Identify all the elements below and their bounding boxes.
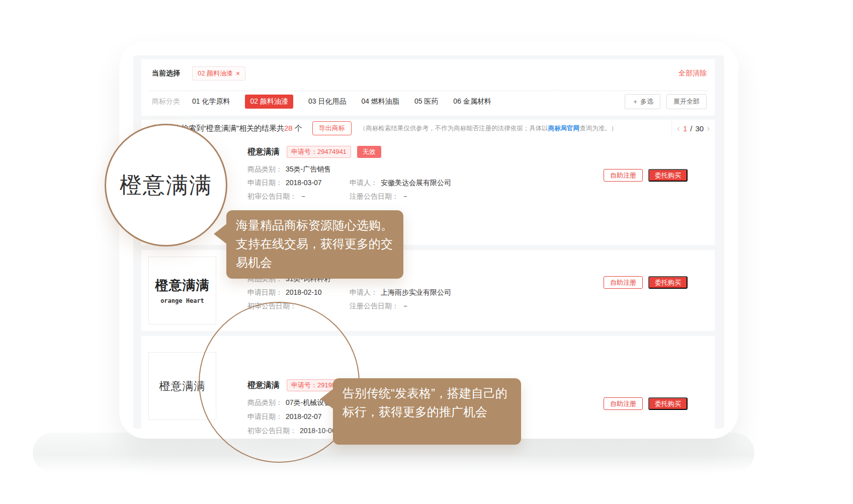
applicant-value: 上海雨步实业有限公司 <box>381 288 451 296</box>
category-item-05[interactable]: 05 医药 <box>414 97 438 106</box>
date-value: 2018-02-10 <box>286 288 322 296</box>
page-current: 1 <box>683 124 687 133</box>
export-trademarks-button[interactable]: 导出商标 <box>312 121 352 135</box>
divider <box>148 91 708 91</box>
date-value: 2018-03-07 <box>286 179 322 187</box>
date-field-label: 申请日期： <box>247 288 283 296</box>
reg-announce-value: － <box>402 302 409 310</box>
selected-filter-tag[interactable]: 02 颜料油漆 × <box>192 66 245 80</box>
category-value: 35类-广告销售 <box>286 165 331 173</box>
magnifier-circle: 橙意满满 <box>105 124 227 246</box>
entrust-buy-button[interactable]: 委托购买 <box>648 397 688 410</box>
pagination: ‹ 1 / 30 › <box>671 120 715 137</box>
results-count: 28 <box>284 124 293 132</box>
page: 当前选择 02 颜料油漆 × 全部清除 商标分类 01 化学原料 02 颜料油漆… <box>0 0 853 504</box>
category-field-label: 商品类别： <box>247 165 283 173</box>
filter-panel: 当前选择 02 颜料油漆 × 全部清除 商标分类 01 化学原料 02 颜料油漆… <box>141 59 715 116</box>
self-register-button[interactable]: 自助注册 <box>604 276 643 289</box>
expand-all-button[interactable]: 展开全部 <box>666 94 707 109</box>
application-number-tag: 申请号：29474941 <box>287 146 351 158</box>
trademark-image-subtext: orange Heart <box>160 297 204 304</box>
trademark-image: 橙意满满 orange Heart <box>148 257 216 324</box>
tooltip-text: 海量精品商标资源随心选购。支持在线交易，获得更多的交易机会 <box>236 218 393 269</box>
tooltip-arrow <box>320 388 334 409</box>
reg-announce-value: － <box>402 192 409 200</box>
applicant-value: 安徽美达会展有限公司 <box>381 179 451 187</box>
reg-announce-label: 注册公告日期： <box>350 192 399 200</box>
entrust-buy-button[interactable]: 委托购买 <box>648 169 688 182</box>
chevron-left-icon[interactable]: ‹ <box>677 124 680 133</box>
category-item-02-selected[interactable]: 02 颜料油漆 <box>245 95 293 109</box>
entrust-buy-button[interactable]: 委托购买 <box>648 276 688 289</box>
status-badge: 无效 <box>357 146 381 158</box>
page-total: 30 <box>695 124 704 133</box>
reg-announce-label: 注册公告日期： <box>350 302 399 310</box>
selected-filter-tag-label: 02 颜料油漆 <box>198 69 233 78</box>
trademark-office-link[interactable]: 商标局官网 <box>548 125 580 132</box>
self-register-button[interactable]: 自助注册 <box>604 169 643 182</box>
multi-select-button[interactable]: ＋ 多选 <box>625 94 660 109</box>
trademark-name: 橙意满满 <box>247 147 280 157</box>
category-item-06[interactable]: 06 金属材料 <box>453 97 491 106</box>
tooltip-marketplace: 海量精品商标资源随心选购。支持在线交易，获得更多的交易机会 <box>226 210 403 279</box>
category-item-04[interactable]: 04 燃料油脂 <box>361 97 399 106</box>
date-field-label: 申请日期： <box>247 179 283 187</box>
first-announce-value: － <box>300 192 307 200</box>
first-announce-label: 初审公告日期： <box>247 192 297 200</box>
tooltip-promotion: 告别传统“发表格”，搭建自己的标行，获得更多的推广机会 <box>333 378 521 445</box>
self-register-button[interactable]: 自助注册 <box>604 397 643 410</box>
category-list: 01 化学原料 02 颜料油漆 03 日化用品 04 燃料油脂 05 医药 06… <box>192 95 491 109</box>
close-icon[interactable]: × <box>236 70 240 77</box>
magnified-trademark-text: 橙意满满 <box>120 171 212 200</box>
page-separator: / <box>690 124 692 133</box>
clear-all-link[interactable]: 全部清除 <box>678 69 707 78</box>
disclaimer-text: （商标检索结果仅供参考，不作为商标能否注册的法律依据；具体以商标局官网查询为准。… <box>360 124 618 133</box>
results-header: 当前为您检索到“橙意满满”相关的结果共28 个 导出商标 （商标检索结果仅供参考… <box>141 120 671 137</box>
trademark-image-text: 橙意满满 <box>155 277 210 294</box>
category-item-03[interactable]: 03 日化用品 <box>308 97 346 106</box>
applicant-field-label: 申请人： <box>350 288 378 296</box>
applicant-field-label: 申请人： <box>350 179 378 187</box>
category-label: 商标分类 <box>152 97 180 106</box>
current-selection-label: 当前选择 <box>152 69 180 78</box>
category-item-01[interactable]: 01 化学原料 <box>192 97 230 106</box>
chevron-right-icon[interactable]: › <box>707 124 710 133</box>
tooltip-text: 告别传统“发表格”，搭建自己的标行，获得更多的推广机会 <box>343 386 507 418</box>
tooltip-arrow <box>214 223 227 244</box>
